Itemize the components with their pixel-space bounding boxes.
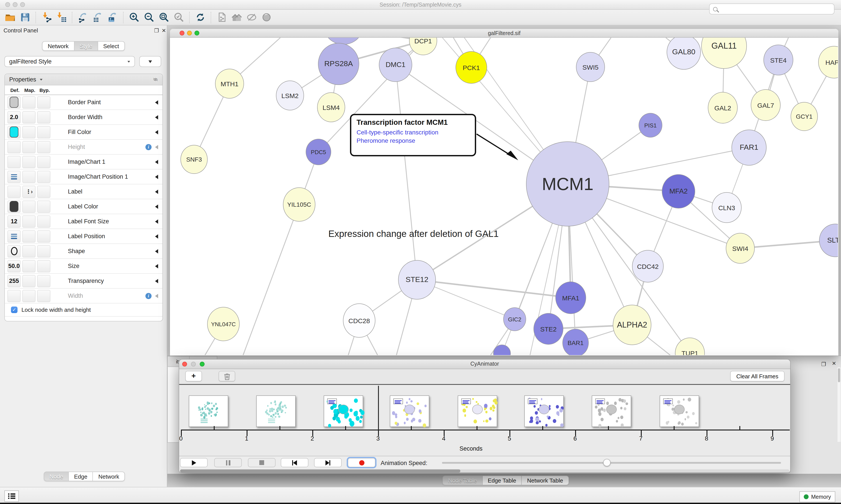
node-gcy1[interactable]: GCY1 [791,102,818,131]
property-map-cell[interactable]: ⋮› [22,185,35,198]
property-def-cell[interactable] [7,245,21,257]
cyanimator-titlebar[interactable]: CyAnimator [179,360,790,369]
node-dmc1[interactable]: DMC1 [379,48,412,82]
property-row-border-paint[interactable]: Border Paint [5,95,162,110]
property-row-width[interactable]: Widthi [5,289,162,303]
hide-details-button[interactable] [245,11,258,24]
property-byp-cell[interactable] [37,260,50,272]
next-frame-button[interactable] [314,458,342,467]
timeline-frame-1[interactable] [256,395,296,427]
timeline-playhead[interactable] [378,386,379,430]
node-yil105c[interactable]: YIL105C [283,187,315,221]
collapse-all-icon[interactable]: « [154,78,160,81]
minimize-window-button[interactable] [191,362,196,366]
close-panel-icon[interactable]: ✕ [162,28,166,34]
play-button[interactable] [180,458,208,467]
property-def-cell[interactable] [7,290,21,302]
property-map-cell[interactable] [22,170,35,183]
search-input[interactable] [709,3,835,15]
property-map-cell[interactable] [22,275,35,287]
save-session-button[interactable] [18,11,32,24]
minimize-window-button[interactable] [187,31,192,35]
property-map-cell[interactable] [22,126,35,138]
node-swi5[interactable]: SWI5 [576,52,605,82]
close-window-button[interactable] [182,362,187,366]
expand-row-icon[interactable] [155,249,158,253]
node-snf3[interactable]: SNF3 [180,145,208,174]
property-map-cell[interactable] [22,156,35,168]
network-window-titlebar[interactable]: galFiltered.sif [170,29,838,38]
property-byp-cell[interactable] [37,111,50,123]
node-swi4[interactable]: SWI4 [726,233,755,264]
apply-layout-button[interactable] [193,11,207,24]
node-pck1[interactable]: PCK1 [455,51,487,84]
tab-network[interactable]: Network [93,472,125,481]
node-pdc5[interactable]: PDC5 [306,139,331,165]
export-image-button[interactable] [106,11,120,24]
property-byp-cell[interactable] [37,126,50,138]
zoom-out-button[interactable] [142,11,156,24]
close-window-button[interactable] [180,31,184,35]
property-map-cell[interactable] [22,141,35,153]
animation-speed-slider[interactable] [442,462,781,464]
node-alpha2[interactable]: ALPHA2 [613,305,651,345]
memory-button[interactable]: Memory [799,491,835,502]
property-def-cell[interactable] [7,126,21,138]
property-row-height[interactable]: Heighti [5,140,162,155]
expand-row-icon[interactable] [155,145,158,149]
property-def-cell[interactable]: 2.0 [7,111,21,123]
property-map-cell[interactable] [22,290,35,302]
network-document-button[interactable] [215,11,229,24]
property-def-cell[interactable]: 12 [7,215,21,228]
node-mfa2[interactable]: MFA2 [662,174,695,209]
zoom-window-button[interactable] [20,2,25,7]
lock-size-checkbox[interactable]: ✓ [11,307,18,313]
zoom-window-button[interactable] [195,31,199,35]
expand-row-icon[interactable] [155,175,158,179]
node-ste4[interactable]: STE4 [764,45,793,75]
close-panel-icon[interactable]: ✕ [832,360,836,366]
timeline-frame-7[interactable] [660,395,699,427]
property-byp-cell[interactable] [37,96,50,108]
node-cdc28[interactable]: CDC28 [343,303,375,338]
node-mfa1[interactable]: MFA1 [555,282,586,314]
property-def-cell[interactable] [7,230,21,242]
node-gal7[interactable]: GAL7 [751,89,781,121]
zoom-in-button[interactable] [127,11,141,24]
node-far1[interactable]: FAR1 [732,130,767,165]
task-history-button[interactable] [4,490,19,502]
property-byp-cell[interactable] [37,275,50,287]
previous-frame-button[interactable] [281,458,308,467]
open-session-button[interactable] [3,11,17,24]
add-frame-button[interactable]: + [185,371,202,381]
tab-network[interactable]: Network [42,41,74,51]
node-lsm2[interactable]: LSM2 [276,80,304,110]
zoom-fit-button[interactable] [157,11,171,24]
expand-row-icon[interactable] [155,219,158,223]
export-table-button[interactable] [91,11,105,24]
tab-style[interactable]: Style [74,41,98,51]
property-row-fill-color[interactable]: Fill Color [5,125,162,140]
stop-button[interactable] [248,458,275,467]
property-row-image-chart-1[interactable]: Image/Chart 1 [5,155,162,169]
annotation-link[interactable]: Pheromone response [357,137,469,145]
property-byp-cell[interactable] [37,185,50,198]
import-table-button[interactable] [54,11,68,24]
lock-size-row[interactable]: ✓ Lock node width and height [5,303,162,317]
expand-row-icon[interactable] [155,234,158,238]
property-map-cell[interactable] [22,245,35,257]
timeline-frame-2[interactable] [324,395,363,427]
property-map-cell[interactable] [22,200,35,213]
property-def-cell[interactable] [7,185,21,198]
zoom-selected-button[interactable] [172,11,186,24]
timeline-frame-5[interactable] [524,395,564,427]
property-row-label-font-size[interactable]: 12Label Font Size [5,214,162,229]
timeline-frame-6[interactable] [592,395,631,427]
expand-row-icon[interactable] [155,279,158,283]
property-row-transparency[interactable]: 255Transparency [5,274,162,289]
float-panel-icon[interactable]: ❐ [821,361,826,367]
property-def-cell[interactable]: 255 [7,275,21,287]
node-bar1[interactable]: BAR1 [562,329,589,355]
show-details-button[interactable] [259,11,273,24]
timeline-frame-3[interactable] [390,395,429,427]
